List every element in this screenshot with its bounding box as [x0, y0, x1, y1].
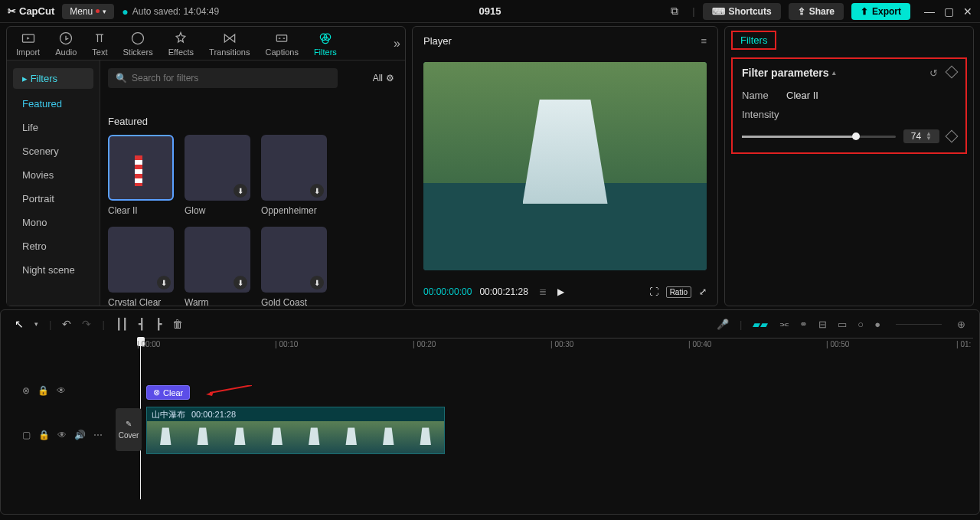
- shortcuts-button[interactable]: ⌨ Shortcuts: [703, 3, 781, 20]
- intensity-value-input[interactable]: 74 ▲▼: [903, 129, 939, 143]
- intensity-label: Intensity: [742, 109, 786, 120]
- tab-audio[interactable]: Audio: [51, 29, 81, 58]
- category-mono[interactable]: Mono: [7, 211, 100, 234]
- keyframe-icon[interactable]: [946, 65, 959, 78]
- mic-icon[interactable]: 🎤: [717, 319, 729, 330]
- share-button[interactable]: ⇪ Share: [789, 3, 844, 20]
- svg-point-2: [132, 32, 144, 44]
- cover-button[interactable]: ✎ Cover: [116, 408, 142, 451]
- link-icon[interactable]: ⫘: [779, 319, 789, 330]
- category-life[interactable]: Life: [7, 116, 100, 139]
- svg-marker-8: [206, 391, 214, 396]
- effect-track-icon[interactable]: ⊗: [22, 385, 30, 396]
- play-button[interactable]: ▶: [557, 286, 564, 297]
- tab-transitions[interactable]: Transitions: [204, 29, 254, 58]
- filter-all-button[interactable]: All ⚙: [370, 68, 397, 88]
- menu-button[interactable]: Menu▾: [62, 4, 114, 19]
- preview-icon[interactable]: ▭: [838, 319, 847, 330]
- intensity-slider[interactable]: [742, 136, 896, 138]
- list-icon[interactable]: ≣: [539, 286, 547, 297]
- filter-thumb[interactable]: ⬇Oppenheimer: [261, 135, 327, 216]
- eye-icon[interactable]: 👁: [57, 430, 67, 440]
- magnet-icon[interactable]: ▰▰: [753, 319, 768, 330]
- reset-icon[interactable]: ↺: [929, 67, 938, 79]
- category-retro[interactable]: Retro: [7, 234, 100, 258]
- pointer-dropdown-icon[interactable]: ▾: [34, 320, 38, 328]
- filter-clip[interactable]: ⊗ Clear: [146, 385, 190, 400]
- category-head-filters[interactable]: ▸ Filters: [13, 68, 93, 89]
- undo-icon[interactable]: ↶: [62, 318, 71, 330]
- pointer-tool-icon[interactable]: ↖: [15, 318, 24, 330]
- time-duration: 00:00:21:28: [479, 286, 528, 297]
- download-icon[interactable]: ⬇: [310, 184, 324, 198]
- zoom-out-icon[interactable]: ○: [858, 319, 864, 330]
- thumb-label: Glow: [185, 205, 250, 216]
- category-portrait[interactable]: Portrait: [7, 187, 100, 211]
- intensity-keyframe-icon[interactable]: [946, 130, 959, 143]
- category-scenery[interactable]: Scenery: [7, 139, 100, 163]
- trim-left-icon[interactable]: ┫: [139, 318, 145, 330]
- minimize-icon[interactable]: —: [924, 5, 935, 18]
- tab-filters[interactable]: Filters: [309, 29, 341, 58]
- export-button[interactable]: ⬆ Export: [851, 3, 910, 20]
- inspector-tab-filters[interactable]: Filters: [731, 31, 776, 50]
- ruler-tick: | 00:10: [275, 340, 298, 348]
- category-featured[interactable]: Featured: [7, 92, 100, 116]
- time-current: 00:00:00:00: [423, 286, 472, 297]
- thumb-label: Oppenheimer: [261, 205, 327, 216]
- timeline-ruler[interactable]: | 00:00| 00:10| 00:20| 00:30| 00:40| 00:…: [137, 338, 973, 353]
- close-icon[interactable]: ✕: [963, 5, 972, 18]
- filter-parameters: Filter parameters ▴ ↺ Name Clear II Inte…: [731, 57, 967, 154]
- track1-controls[interactable]: ⊗ 🔒 👁: [22, 385, 66, 396]
- tab-import[interactable]: Import: [11, 29, 44, 58]
- scan-icon[interactable]: ⛶: [649, 286, 658, 297]
- search-input[interactable]: 🔍 Search for filters: [108, 68, 338, 88]
- mute-icon[interactable]: 🔊: [74, 430, 86, 440]
- tab-stickers[interactable]: Stickers: [119, 29, 158, 58]
- video-track-icon[interactable]: ▢: [22, 430, 31, 440]
- tab-effects[interactable]: Effects: [164, 29, 198, 58]
- lock-icon[interactable]: 🔒: [38, 430, 50, 440]
- download-icon[interactable]: ⬇: [310, 276, 324, 289]
- track2-controls[interactable]: ▢ 🔒 👁 🔊 ⋯: [22, 430, 103, 440]
- titlebar: ✂ CapCut Menu▾ ● Auto saved: 14:04:49 09…: [0, 0, 980, 23]
- video-clip[interactable]: 山中瀑布 00:00:21:28: [146, 407, 445, 454]
- maximize-icon[interactable]: ▢: [944, 5, 954, 18]
- category-nightscene[interactable]: Night scene: [7, 258, 100, 282]
- trim-right-icon[interactable]: ┣: [155, 318, 162, 330]
- filter-thumb[interactable]: ⬇Glow: [185, 135, 250, 216]
- ratio-button[interactable]: Ratio: [666, 286, 691, 298]
- redo-icon[interactable]: ↷: [82, 318, 91, 330]
- eye-icon[interactable]: 👁: [57, 385, 66, 396]
- filter-thumb[interactable]: Clear II: [108, 135, 174, 216]
- tabs-more-icon[interactable]: »: [394, 37, 400, 51]
- filter-thumb[interactable]: ⬇Gold Coast: [261, 227, 327, 306]
- split-icon[interactable]: ┃┃: [116, 318, 128, 330]
- app-logo: ✂ CapCut: [8, 5, 54, 17]
- ruler-tick: | 00:30: [550, 340, 573, 348]
- filter-name-value: Clear II: [786, 90, 818, 101]
- player-controls: 00:00:00:00 00:00:21:28 ≣ ▶ ⛶ Ratio ⤢: [413, 278, 717, 306]
- tab-captions[interactable]: Captions: [260, 29, 302, 58]
- download-icon[interactable]: ⬇: [234, 184, 247, 198]
- more-icon[interactable]: ⋯: [93, 430, 103, 440]
- delete-icon[interactable]: 🗑: [172, 318, 183, 330]
- download-icon[interactable]: ⬇: [157, 276, 171, 289]
- tab-text[interactable]: Text: [87, 29, 112, 58]
- media-tabs: Import Audio Text Stickers Effects Trans…: [7, 27, 405, 61]
- download-icon[interactable]: ⬇: [234, 276, 247, 289]
- fullscreen-icon[interactable]: ⤢: [699, 286, 707, 297]
- filter-thumb[interactable]: ⬇Warm: [185, 227, 250, 306]
- lock-icon[interactable]: 🔒: [38, 385, 49, 396]
- media-panel: Import Audio Text Stickers Effects Trans…: [6, 26, 406, 306]
- chain-icon[interactable]: ⚭: [799, 319, 808, 330]
- layout-icon[interactable]: ⧉: [665, 2, 684, 21]
- player-menu-icon[interactable]: ≡: [701, 35, 707, 47]
- align-icon[interactable]: ⊟: [818, 319, 827, 330]
- record-icon[interactable]: ●: [874, 319, 880, 330]
- video-preview[interactable]: [423, 62, 707, 270]
- zoom-fit-icon[interactable]: ⊕: [957, 319, 965, 330]
- clip-duration: 00:00:21:28: [191, 410, 236, 419]
- category-movies[interactable]: Movies: [7, 163, 100, 187]
- filter-thumb[interactable]: ⬇Crystal Clear: [108, 227, 174, 306]
